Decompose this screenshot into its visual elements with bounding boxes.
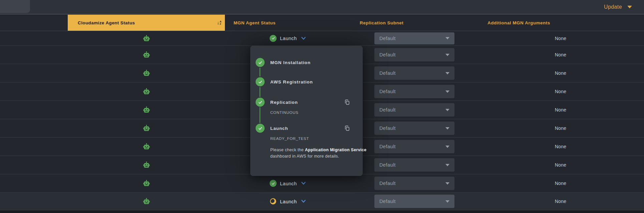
replication-subnet-select[interactable]: Default bbox=[374, 85, 454, 98]
select-value: Default bbox=[379, 199, 396, 204]
step-label-mgn-installation: MGN Installation bbox=[270, 60, 311, 65]
mgn-status-cell: Launch bbox=[270, 198, 306, 205]
table-row: Launch Default None bbox=[0, 31, 644, 46]
select-value: Default bbox=[379, 52, 396, 57]
additional-arguments-value: None bbox=[477, 36, 644, 41]
cloudamize-agent-robot-icon bbox=[143, 35, 150, 42]
mgn-status-label: Launch bbox=[280, 199, 297, 204]
chevron-down-icon[interactable] bbox=[301, 36, 306, 40]
cloudamize-agent-robot-icon bbox=[143, 88, 150, 95]
table-bottom-edge bbox=[0, 210, 644, 213]
replication-subnet-select[interactable]: Default bbox=[374, 122, 454, 135]
mgn-status-label: Launch bbox=[280, 181, 297, 186]
cloudamize-agent-robot-icon bbox=[143, 180, 150, 187]
column-header-label: Cloudamize Agent Status bbox=[78, 20, 135, 25]
additional-arguments-value: None bbox=[477, 52, 644, 57]
additional-arguments-value: None bbox=[477, 181, 644, 186]
select-value: Default bbox=[379, 181, 396, 186]
column-header-label: MGN Agent Status bbox=[234, 20, 276, 25]
success-check-icon bbox=[270, 180, 277, 187]
chevron-down-icon bbox=[627, 6, 632, 8]
table-header: Cloudamize Agent Status ↓ AZ MGN Agent S… bbox=[0, 15, 644, 31]
cloudamize-agent-robot-icon bbox=[143, 125, 150, 132]
additional-arguments-value: None bbox=[477, 144, 644, 149]
cloudamize-agent-robot-icon bbox=[143, 51, 150, 58]
chevron-down-icon bbox=[445, 72, 449, 74]
additional-arguments-value: None bbox=[477, 126, 644, 131]
sort-descending-az-icon[interactable]: ↓ AZ bbox=[217, 20, 222, 25]
replication-subnet-select[interactable]: Default bbox=[374, 66, 454, 80]
replication-subnet-select[interactable]: Default bbox=[374, 177, 454, 190]
select-value: Default bbox=[379, 144, 396, 149]
step-connector bbox=[260, 87, 260, 97]
chevron-down-icon bbox=[445, 146, 449, 148]
success-check-icon bbox=[270, 35, 277, 42]
replication-subnet-select[interactable]: Default bbox=[374, 103, 454, 117]
in-progress-icon bbox=[270, 198, 277, 205]
additional-arguments-value: None bbox=[477, 89, 644, 94]
launch-status-value: READY_FOR_TEST bbox=[270, 137, 309, 141]
replication-subnet-select[interactable]: Default bbox=[374, 32, 454, 44]
step-success-check-icon bbox=[256, 58, 265, 67]
chevron-down-icon bbox=[445, 182, 449, 185]
replication-subnet-select[interactable]: Default bbox=[374, 195, 454, 208]
step-success-check-icon bbox=[256, 77, 265, 86]
column-header-cloudamize-agent-status[interactable]: Cloudamize Agent Status ↓ AZ bbox=[68, 15, 225, 31]
step-label-launch: Launch bbox=[270, 126, 288, 131]
step-connector bbox=[260, 107, 260, 123]
mgn-status-label: Launch bbox=[280, 36, 297, 41]
column-header-additional-mgn-arguments[interactable]: Additional MGN Arguments bbox=[488, 15, 550, 31]
mgn-status-cell: Launch bbox=[270, 35, 306, 42]
chevron-down-icon bbox=[445, 164, 449, 166]
corner-tab bbox=[0, 0, 30, 13]
chevron-down-icon bbox=[445, 109, 449, 111]
chevron-down-icon[interactable] bbox=[301, 200, 306, 203]
column-header-label: Additional MGN Arguments bbox=[488, 20, 550, 25]
step-label-replication: Replication bbox=[270, 100, 298, 105]
step-label-aws-registration: AWS Registration bbox=[270, 79, 313, 84]
update-button-label: Update bbox=[604, 4, 622, 10]
replication-subnet-select[interactable]: Default bbox=[374, 140, 454, 153]
update-button[interactable]: Update bbox=[604, 0, 632, 14]
additional-arguments-value: None bbox=[477, 199, 644, 204]
mgn-status-cell: Launch bbox=[270, 180, 306, 187]
mgn-status-popover: MGN Installation AWS Registration Replic… bbox=[250, 46, 363, 176]
migration-table-screen: Update Cloudamize Agent Status ↓ AZ MGN … bbox=[0, 0, 644, 213]
replication-subnet-select[interactable]: Default bbox=[374, 48, 454, 61]
column-header-replication-subnet[interactable]: Replication Subnet bbox=[360, 15, 403, 31]
popover-footer-note: Please check the Application Migration S… bbox=[270, 147, 368, 159]
chevron-down-icon bbox=[445, 90, 449, 93]
select-value: Default bbox=[379, 126, 396, 131]
additional-arguments-value: None bbox=[477, 107, 644, 113]
copy-icon[interactable] bbox=[344, 125, 350, 132]
step-connector bbox=[260, 68, 260, 76]
chevron-down-icon bbox=[445, 200, 449, 203]
top-bar: Update bbox=[0, 0, 644, 14]
select-value: Default bbox=[379, 36, 396, 41]
chevron-down-icon bbox=[445, 54, 449, 56]
chevron-down-icon bbox=[445, 37, 449, 39]
cloudamize-agent-robot-icon bbox=[143, 69, 150, 77]
step-success-check-icon bbox=[256, 98, 265, 107]
chevron-down-icon[interactable] bbox=[301, 182, 306, 185]
additional-arguments-value: None bbox=[477, 70, 644, 76]
step-success-check-icon bbox=[256, 124, 265, 133]
replication-status-value: CONTINUOUS bbox=[270, 111, 298, 115]
select-value: Default bbox=[379, 162, 396, 168]
select-value: Default bbox=[379, 89, 396, 94]
service-name-bold: Application Migration Service bbox=[305, 148, 366, 152]
cloudamize-agent-robot-icon bbox=[143, 106, 150, 114]
column-header-mgn-agent-status[interactable]: MGN Agent Status bbox=[234, 15, 276, 31]
table-row: Launch Default None bbox=[0, 193, 644, 210]
select-value: Default bbox=[379, 70, 396, 76]
select-value: Default bbox=[379, 107, 396, 113]
copy-icon[interactable] bbox=[344, 99, 350, 105]
additional-arguments-value: None bbox=[477, 162, 644, 168]
cloudamize-agent-robot-icon bbox=[143, 143, 150, 150]
cloudamize-agent-robot-icon bbox=[143, 161, 150, 169]
replication-subnet-select[interactable]: Default bbox=[374, 158, 454, 172]
table-row: Launch Default None bbox=[0, 174, 644, 193]
chevron-down-icon bbox=[445, 127, 449, 130]
cloudamize-agent-robot-icon bbox=[143, 198, 150, 205]
column-header-label: Replication Subnet bbox=[360, 20, 403, 25]
